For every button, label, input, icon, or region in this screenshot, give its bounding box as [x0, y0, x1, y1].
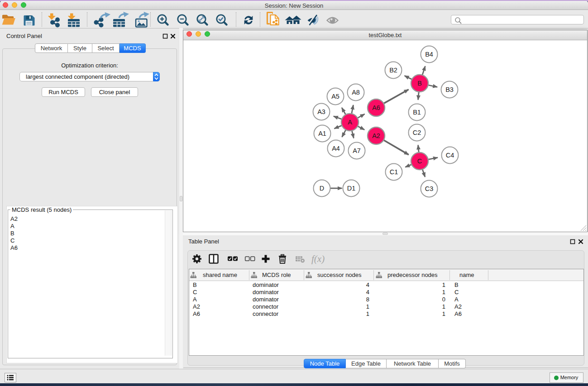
svg-text:B1: B1 — [413, 109, 421, 116]
svg-text:C4: C4 — [446, 152, 454, 159]
svg-text:A7: A7 — [353, 147, 361, 154]
svg-text:D: D — [320, 185, 324, 192]
svg-text:f(x): f(x) — [311, 253, 325, 264]
svg-text:C: C — [417, 157, 422, 165]
svg-text:D1: D1 — [347, 185, 356, 192]
svg-text:A: A — [348, 119, 352, 126]
svg-text:C3: C3 — [425, 185, 434, 192]
svg-text:A1: A1 — [318, 130, 326, 137]
svg-text:B3: B3 — [445, 86, 454, 93]
svg-text:A4: A4 — [332, 145, 340, 152]
svg-text:B4: B4 — [425, 51, 433, 58]
svg-text:B: B — [417, 80, 422, 87]
svg-text:A2: A2 — [372, 132, 380, 139]
svg-text:A6: A6 — [372, 104, 380, 111]
svg-text:C1: C1 — [390, 168, 398, 176]
svg-text:A8: A8 — [352, 89, 360, 96]
svg-text:A3: A3 — [317, 108, 325, 115]
svg-text:B2: B2 — [389, 67, 397, 74]
svg-text:C2: C2 — [413, 129, 421, 136]
svg-text:A5: A5 — [331, 93, 339, 100]
